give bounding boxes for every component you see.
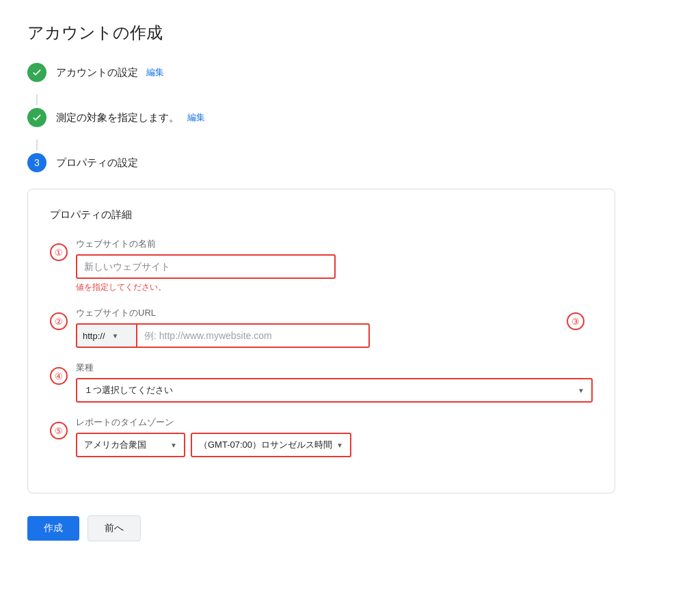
industry-label: 業種 <box>76 362 593 374</box>
url-input-row: http:// ▼ <box>76 323 561 348</box>
step-number-3: 3 <box>34 157 40 168</box>
step-icon-3: 3 <box>27 153 46 172</box>
timezone-group: レポートのタイムゾーン アメリカ合衆国 ▼ （GMT-07:00）ロサンゼルス時… <box>76 416 593 457</box>
website-name-label: ウェブサイトの名前 <box>76 238 593 250</box>
step-label-3: プロパティの設定 <box>56 157 138 170</box>
step-icon-2 <box>27 108 46 127</box>
annotation-3: ③ <box>567 312 584 330</box>
website-name-group: ウェブサイトの名前 値を指定してください。 <box>76 238 593 293</box>
protocol-select[interactable]: http:// ▼ <box>76 323 137 348</box>
industry-group: 業種 １つ選択してください ▼ <box>76 362 593 403</box>
annotation-2: ② <box>50 312 68 330</box>
timezone-zone-select[interactable]: （GMT-07:00）ロサンゼルス時間 ▼ <box>191 433 351 457</box>
website-url-row: ② ウェブサイトのURL http:// ▼ ③ <box>50 307 593 348</box>
website-name-input[interactable] <box>76 254 336 279</box>
timezone-value: （GMT-07:00）ロサンゼルス時間 <box>199 439 332 451</box>
country-chevron-icon: ▼ <box>170 442 177 449</box>
card-title: プロパティの詳細 <box>50 208 593 221</box>
step-item-3: 3 プロパティの設定 <box>27 153 673 172</box>
back-button[interactable]: 前へ <box>88 515 141 541</box>
timezone-inputs: アメリカ合衆国 ▼ （GMT-07:00）ロサンゼルス時間 ▼ <box>76 433 593 457</box>
zone-chevron-icon: ▼ <box>336 442 343 449</box>
step-connector-2 <box>36 139 38 150</box>
timezone-row: ⑤ レポートのタイムゾーン アメリカ合衆国 ▼ （GMT-07:00）ロサンゼル… <box>50 416 593 457</box>
industry-value: １つ選択してください <box>84 384 173 396</box>
step-edit-1[interactable]: 編集 <box>146 66 164 79</box>
step-label-2: 測定の対象を指定します。 <box>56 111 179 124</box>
step-icon-1 <box>27 63 46 82</box>
page-title: アカウントの作成 <box>27 22 673 44</box>
protocol-value: http:// <box>83 331 105 341</box>
step-item-1: アカウントの設定 編集 <box>27 63 673 82</box>
footer-buttons: 作成 前へ <box>27 515 673 541</box>
website-url-label: ウェブサイトのURL <box>76 307 561 319</box>
country-select[interactable]: アメリカ合衆国 ▼ <box>76 433 185 457</box>
industry-select[interactable]: １つ選択してください ▼ <box>76 378 593 403</box>
step-list: アカウントの設定 編集 測定の対象を指定します。 編集 3 プロパティの設定 <box>27 63 673 172</box>
url-text-input[interactable] <box>137 323 370 348</box>
annotation-5: ⑤ <box>50 422 68 439</box>
property-card: プロパティの詳細 ① ウェブサイトの名前 値を指定してください。 ② ウェブサイ… <box>27 189 615 493</box>
step-label-1: アカウントの設定 <box>56 66 138 79</box>
timezone-label: レポートのタイムゾーン <box>76 416 593 429</box>
industry-chevron-icon: ▼ <box>578 387 584 394</box>
annotation-4: ④ <box>50 367 68 385</box>
website-name-row: ① ウェブサイトの名前 値を指定してください。 <box>50 238 593 293</box>
step-edit-2[interactable]: 編集 <box>187 111 205 124</box>
create-button[interactable]: 作成 <box>27 516 79 541</box>
industry-row: ④ 業種 １つ選択してください ▼ <box>50 362 593 403</box>
country-value: アメリカ合衆国 <box>84 439 146 451</box>
protocol-chevron-icon: ▼ <box>112 332 119 340</box>
step-connector-1 <box>36 94 38 105</box>
step-item-2: 測定の対象を指定します。 編集 <box>27 108 673 127</box>
annotation-1: ① <box>50 243 68 261</box>
website-url-group: ウェブサイトのURL http:// ▼ <box>76 307 561 348</box>
website-name-error: 値を指定してください。 <box>76 282 593 293</box>
